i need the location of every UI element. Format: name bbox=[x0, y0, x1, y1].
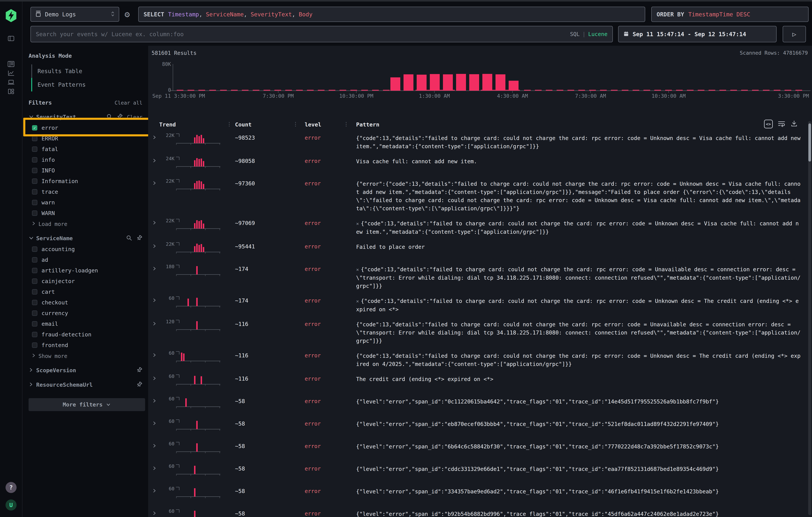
table-row[interactable]: 60~58error{"level":"error","span_id":"0c… bbox=[148, 393, 812, 416]
app-logo-icon[interactable] bbox=[5, 9, 17, 23]
filter-option-error[interactable]: ✓error bbox=[32, 124, 142, 131]
pattern-text[interactable]: Failed to place order bbox=[348, 241, 812, 258]
drag-handle-icon[interactable]: ⋮ bbox=[227, 121, 232, 127]
col-header-level[interactable]: ⋮level bbox=[298, 121, 348, 128]
help-button[interactable]: ? bbox=[5, 482, 17, 493]
filter-option-frontend[interactable]: frontend bbox=[32, 342, 142, 348]
checkbox-checked[interactable]: ✓ bbox=[32, 125, 37, 131]
scrollbar-thumb[interactable] bbox=[808, 123, 811, 162]
table-row[interactable]: 22K~97069error×{"code":13,"details":"fai… bbox=[148, 215, 812, 239]
chevron-down-icon[interactable] bbox=[29, 235, 34, 241]
filter-option-warn[interactable]: warn bbox=[32, 199, 142, 206]
events-histogram[interactable]: 80K 0 Sep 11 3:30:00 PM7:30:00 PM10:30:0… bbox=[148, 62, 812, 106]
filter-group-header-scopeversion[interactable]: ScopeVersion bbox=[29, 367, 142, 374]
table-row[interactable]: 22K~98523error{"code":13,"details":"fail… bbox=[148, 130, 812, 153]
checkbox[interactable] bbox=[32, 178, 37, 184]
table-row[interactable]: 60~58error{"level":"error","span_id":"33… bbox=[148, 483, 812, 506]
table-row[interactable]: 22K~97360error{"error":{"code":13,"detai… bbox=[148, 176, 812, 215]
pattern-text[interactable]: {"level":"error","span_id":"0c11220615ba… bbox=[348, 396, 812, 413]
expand-row-chevron-icon[interactable] bbox=[151, 508, 159, 517]
checkbox[interactable] bbox=[32, 146, 37, 152]
expand-row-chevron-icon[interactable] bbox=[151, 318, 159, 345]
filter-option-info[interactable]: info bbox=[32, 156, 142, 163]
expand-row-chevron-icon[interactable] bbox=[151, 418, 159, 436]
expand-row-chevron-icon[interactable] bbox=[151, 373, 159, 391]
source-select[interactable]: Demo Logs bbox=[30, 7, 119, 22]
time-range-picker[interactable]: Sep 11 15:47:14 - Sep 12 15:47:14 bbox=[618, 26, 777, 42]
pattern-text[interactable]: ×{"code":13,"details":"failed to charge … bbox=[348, 263, 812, 290]
expand-row-chevron-icon[interactable] bbox=[151, 396, 159, 413]
dashboards-icon[interactable] bbox=[6, 87, 16, 96]
filter-option-fatal[interactable]: fatal bbox=[32, 146, 142, 152]
more-filters-button[interactable]: More filters bbox=[29, 398, 145, 411]
expand-row-chevron-icon[interactable] bbox=[151, 486, 159, 503]
table-row[interactable]: 60~116error{"code":13,"details":"failed … bbox=[148, 348, 812, 371]
pin-icon[interactable] bbox=[136, 367, 142, 374]
table-row[interactable]: 22K~95441errorFailed to place order bbox=[148, 239, 812, 261]
checkbox[interactable] bbox=[32, 136, 37, 141]
filter-group-header-severitytext[interactable]: SeverityTextClear bbox=[29, 114, 142, 120]
pattern-text[interactable]: ×{"code":13,"details":"failed to charge … bbox=[348, 218, 812, 236]
table-row[interactable]: 60~58error{"level":"error","span_id":"b9… bbox=[148, 506, 812, 517]
select-clause-input[interactable]: SELECT Timestamp, ServiceName, SeverityT… bbox=[138, 7, 645, 22]
filter-group-header-resourceschemaurl[interactable]: ResourceSchemaUrl bbox=[29, 381, 142, 388]
wrap-lines-icon[interactable] bbox=[778, 120, 785, 128]
lang-lucene-option[interactable]: Lucene bbox=[588, 31, 607, 37]
filter-option-warn[interactable]: WARN bbox=[32, 210, 142, 217]
pattern-text[interactable]: {"level":"error","span_id":"eb870ecef063… bbox=[348, 418, 812, 436]
drag-handle-icon[interactable]: ⋮ bbox=[293, 121, 298, 127]
chart-explorer-icon[interactable] bbox=[6, 68, 16, 78]
filter-option-cainjector[interactable]: cainjector bbox=[32, 278, 142, 284]
col-header-trend[interactable]: Trend bbox=[159, 121, 232, 128]
expand-row-chevron-icon[interactable] bbox=[151, 463, 159, 481]
search-input[interactable] bbox=[36, 31, 570, 37]
checkbox[interactable] bbox=[32, 279, 37, 284]
col-header-count[interactable]: ⋮Count bbox=[232, 121, 298, 128]
user-avatar[interactable]: U bbox=[5, 499, 17, 511]
checkbox[interactable] bbox=[32, 311, 37, 316]
checkbox[interactable] bbox=[32, 200, 37, 205]
search-icon[interactable] bbox=[107, 114, 113, 120]
checkbox[interactable] bbox=[32, 189, 37, 195]
table-row[interactable]: 120~116error{"code":13,"details":"failed… bbox=[148, 316, 812, 348]
pattern-text[interactable]: {"code":13,"details":"failed to charge c… bbox=[348, 318, 812, 345]
pattern-text[interactable]: {"level":"error","span_id":"cddc331329e6… bbox=[348, 463, 812, 481]
expand-row-chevron-icon[interactable] bbox=[151, 218, 159, 236]
filter-option-trace[interactable]: trace bbox=[32, 189, 142, 195]
mode-results-table[interactable]: Results Table bbox=[31, 64, 142, 78]
dismiss-x-icon[interactable]: × bbox=[356, 298, 359, 304]
expand-row-chevron-icon[interactable] bbox=[151, 132, 159, 150]
dismiss-x-icon[interactable]: × bbox=[356, 221, 359, 227]
filter-clear-button[interactable]: Clear bbox=[127, 114, 142, 120]
table-row[interactable]: 180~174error×{"code":13,"details":"faile… bbox=[148, 261, 812, 293]
col-header-pattern[interactable]: ⋮Pattern bbox=[348, 121, 812, 128]
table-row[interactable]: 60~116errorThe credit card (ending <*> e… bbox=[148, 371, 812, 393]
checkbox[interactable] bbox=[32, 210, 37, 216]
checkbox[interactable] bbox=[32, 247, 37, 252]
pin-icon[interactable] bbox=[117, 114, 123, 120]
filter-option-information[interactable]: Information bbox=[32, 178, 142, 184]
filter-load-more[interactable]: Load more bbox=[31, 221, 142, 227]
filter-option-ad[interactable]: ad bbox=[32, 257, 142, 263]
run-query-button[interactable]: ▷ bbox=[783, 26, 806, 42]
chevron-down-icon[interactable] bbox=[29, 114, 34, 120]
filter-show-more[interactable]: Show more bbox=[31, 353, 142, 359]
filter-option-artillery-loadgen[interactable]: artillery-loadgen bbox=[32, 267, 142, 274]
pin-icon[interactable] bbox=[136, 381, 142, 388]
filter-group-header-servicename[interactable]: ServiceName bbox=[29, 235, 142, 242]
checkbox[interactable] bbox=[32, 332, 37, 337]
filter-option-email[interactable]: email bbox=[32, 321, 142, 327]
filter-option-info[interactable]: INFO bbox=[32, 167, 142, 174]
filter-option-accounting[interactable]: accounting bbox=[32, 246, 142, 252]
view-source-icon[interactable]: <> bbox=[764, 120, 773, 128]
table-row[interactable]: 60~174error×{"code":13,"details":"failed… bbox=[148, 293, 812, 316]
chevron-right-icon[interactable] bbox=[29, 382, 34, 387]
table-row[interactable]: 60~58error{"level":"error","span_id":"eb… bbox=[148, 416, 812, 438]
sessions-icon[interactable] bbox=[6, 78, 16, 87]
pattern-text[interactable]: {"code":13,"details":"failed to charge c… bbox=[348, 350, 812, 368]
drag-handle-icon[interactable]: ⋮ bbox=[344, 121, 349, 127]
pattern-text[interactable]: ×{"code":13,"details":"failed to charge … bbox=[348, 295, 812, 314]
filter-option-error[interactable]: ERROR bbox=[32, 135, 142, 142]
checkbox[interactable] bbox=[32, 168, 37, 173]
table-row[interactable]: 24K~98058errorVisa cache full: cannot ad… bbox=[148, 153, 812, 176]
